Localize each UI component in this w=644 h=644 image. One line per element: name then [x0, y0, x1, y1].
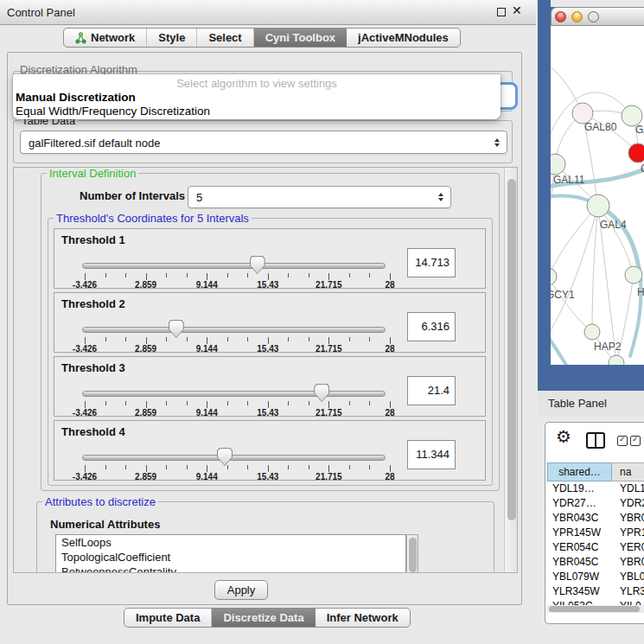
cell-name: YPR1	[620, 526, 644, 539]
slider-tick	[247, 465, 248, 469]
attribute-list-item[interactable]: SelfLoops	[56, 535, 405, 550]
slider-thumb[interactable]	[169, 320, 184, 338]
table-row[interactable]: YLR345WYLR3	[545, 584, 644, 599]
table-panel-titlebar: Table Panel	[538, 391, 644, 417]
network-node-hap2[interactable]	[584, 324, 600, 340]
apply-button[interactable]: Apply	[214, 580, 268, 600]
numerical-attributes-label: Numerical Attributes	[50, 518, 160, 531]
table-row[interactable]: YIL053CYIL0	[545, 599, 644, 605]
cell-shared-name: YDR27…	[552, 497, 596, 509]
threshold-label: Threshold 1	[61, 233, 125, 246]
tab-label: Cyni Toolbox	[265, 31, 335, 44]
control-panel-titlebar: Control Panel ✕	[0, 0, 536, 25]
scrollbar-thumb[interactable]	[409, 538, 417, 572]
column-header-shared-name[interactable]: shared…	[547, 462, 612, 481]
slider-track[interactable]	[82, 391, 386, 397]
slider-track[interactable]	[82, 327, 386, 333]
table-row[interactable]: YBR043CYBR0	[545, 511, 644, 526]
numerical-attributes-list[interactable]: SelfLoopsTopologicalCoefficientBetweenne…	[55, 534, 406, 573]
slider-tick-label: -3.426	[65, 344, 105, 354]
slider-tick	[146, 273, 147, 280]
tab-discretize-data[interactable]: Discretize Data	[212, 609, 315, 627]
slider-tick	[390, 273, 391, 280]
slider-track[interactable]	[82, 455, 386, 461]
network-node-c[interactable]	[628, 143, 644, 163]
slider-tick	[288, 273, 289, 277]
tab-label: Network	[91, 31, 135, 44]
stepper-arrows-icon	[438, 193, 443, 201]
attributes-list-scrollbar[interactable]	[406, 534, 418, 573]
dropdown-option-equal-width-frequency[interactable]: Equal Width/Frequency Discretization	[16, 105, 210, 118]
network-edge[interactable]	[551, 277, 592, 332]
slider-tick	[105, 401, 106, 405]
slider-tick	[105, 273, 106, 277]
slider-tick	[146, 337, 147, 344]
tab-cyni-toolbox[interactable]: Cyni Toolbox	[254, 29, 347, 47]
slider-tick	[390, 401, 391, 408]
slider-thumb[interactable]	[217, 448, 233, 466]
network-canvas[interactable]: GAL80GACGAL11GAL4GCY1HHAP2	[551, 26, 644, 365]
attribute-list-item[interactable]: TopologicalCoefficient	[56, 550, 405, 564]
slider-thumb[interactable]	[314, 384, 329, 402]
attribute-list-item[interactable]: BetweennessCentrality	[56, 564, 405, 573]
float-window-icon[interactable]	[497, 8, 506, 16]
slider-tick	[166, 401, 167, 405]
checkbox-icon[interactable]	[630, 436, 641, 446]
network-edge[interactable]	[551, 328, 577, 365]
num-intervals-value: 5	[196, 191, 202, 204]
checkbox-icon[interactable]	[617, 436, 628, 446]
table-row[interactable]: YER054CYER0	[545, 540, 644, 555]
num-intervals-combobox[interactable]: 5	[188, 186, 451, 208]
threshold-value-field[interactable]: 21.4	[407, 376, 456, 405]
slider-tick-label: 15.43	[248, 344, 288, 354]
application: Control Panel ✕ NetworkStyleSelectCyni T…	[0, 0, 644, 644]
scrollbar-thumb[interactable]	[507, 179, 516, 520]
slider-tick	[166, 273, 167, 277]
table-row[interactable]: YDR27…YDR2	[545, 496, 644, 511]
network-edge[interactable]	[551, 206, 598, 344]
close-icon[interactable]: ✕	[512, 4, 522, 16]
tab-style[interactable]: Style	[147, 29, 197, 47]
tab-impute-data[interactable]: Impute Data	[124, 609, 212, 627]
table-row[interactable]: YBL079WYBL0	[545, 570, 644, 584]
threshold-value-field[interactable]: 14.713	[407, 248, 456, 277]
network-node-gal4[interactable]	[587, 194, 609, 217]
table-horizontal-scrollbar[interactable]	[547, 605, 644, 613]
slider-tick	[227, 337, 228, 341]
split-columns-icon[interactable]	[586, 432, 605, 449]
column-header-name[interactable]: na	[612, 462, 644, 481]
tab-network[interactable]: Network	[64, 29, 147, 47]
slider-tick	[328, 401, 329, 408]
network-node-h[interactable]	[625, 266, 642, 284]
slider-tick	[85, 401, 86, 408]
scrollbar-thumb[interactable]	[549, 606, 640, 612]
threshold-value-field[interactable]: 11.344	[407, 440, 456, 469]
dropdown-option-manual-discretization[interactable]: Manual Discretization	[16, 91, 136, 104]
table-row[interactable]: YDL19…YDL1	[545, 481, 644, 496]
network-edge[interactable]	[551, 206, 598, 277]
tab-infer-network[interactable]: Infer Network	[316, 609, 410, 627]
table-row[interactable]: YBR045CYBR0	[545, 555, 644, 570]
slider-tick	[105, 337, 106, 341]
tab-jactivemnodules[interactable]: jActiveMNodules	[347, 29, 460, 47]
threshold-label: Threshold 4	[61, 425, 125, 438]
slider-tick-label: 15.43	[248, 280, 288, 290]
slider-tick-label: 21.715	[309, 344, 348, 354]
table-row[interactable]: YPR145WYPR1	[545, 526, 644, 540]
slider-tick-label: 2.859	[126, 472, 166, 481]
network-node-gcy1[interactable]	[551, 268, 557, 285]
slider-tick	[187, 273, 188, 277]
slider-thumb[interactable]	[250, 256, 265, 274]
settings-gear-icon[interactable]: ⚙	[556, 428, 571, 445]
table-data-combobox[interactable]: galFiltered.sif default node	[20, 131, 507, 154]
network-window-titlebar[interactable]	[551, 7, 644, 26]
threshold-value-field[interactable]: 6.316	[407, 312, 456, 341]
close-traffic-light-icon[interactable]	[555, 11, 566, 22]
tab-select[interactable]: Select	[197, 29, 253, 47]
zoom-traffic-light-icon[interactable]	[588, 11, 599, 22]
minimize-traffic-light-icon[interactable]	[571, 11, 583, 22]
interval-definition-title: Interval Definition	[47, 167, 138, 180]
settings-scrollbar[interactable]	[504, 168, 518, 573]
table-data-selected-value: galFiltered.sif default node	[29, 136, 160, 149]
slider-track[interactable]	[82, 263, 386, 269]
